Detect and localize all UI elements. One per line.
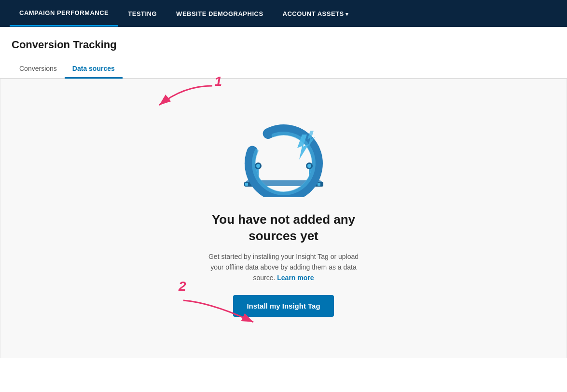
learn-more-link[interactable]: Learn more bbox=[277, 274, 314, 282]
page-header: Conversion Tracking bbox=[0, 27, 567, 51]
svg-rect-9 bbox=[318, 183, 320, 186]
tab-conversions[interactable]: Conversions bbox=[12, 60, 65, 79]
nav-campaign-performance[interactable]: Campaign Performance bbox=[10, 0, 118, 27]
svg-point-13 bbox=[307, 164, 311, 168]
page-title: Conversion Tracking bbox=[12, 39, 555, 51]
nav-website-demographics[interactable]: Website Demographics bbox=[166, 1, 273, 26]
empty-state-title: You have not added any sources yet bbox=[207, 212, 361, 244]
nav-account-assets[interactable]: Account Assets bbox=[273, 1, 359, 26]
insight-tag-illustration bbox=[231, 120, 337, 197]
install-insight-tag-button[interactable]: Install my Insight Tag bbox=[233, 295, 333, 317]
svg-rect-6 bbox=[245, 183, 248, 186]
tabs-container: Conversions Data sources bbox=[0, 60, 567, 79]
top-navigation: Campaign Performance Testing Website Dem… bbox=[0, 0, 567, 27]
empty-state-container: You have not added any sources yet Get s… bbox=[197, 101, 371, 336]
tab-data-sources[interactable]: Data sources bbox=[65, 60, 123, 79]
empty-state-description: Get started by installing your Insight T… bbox=[207, 251, 361, 284]
svg-point-11 bbox=[256, 164, 260, 168]
main-content-area: You have not added any sources yet Get s… bbox=[0, 79, 567, 358]
illustration bbox=[207, 120, 361, 197]
nav-testing[interactable]: Testing bbox=[118, 1, 166, 26]
page-content: Conversion Tracking Conversions Data sou… bbox=[0, 27, 567, 392]
